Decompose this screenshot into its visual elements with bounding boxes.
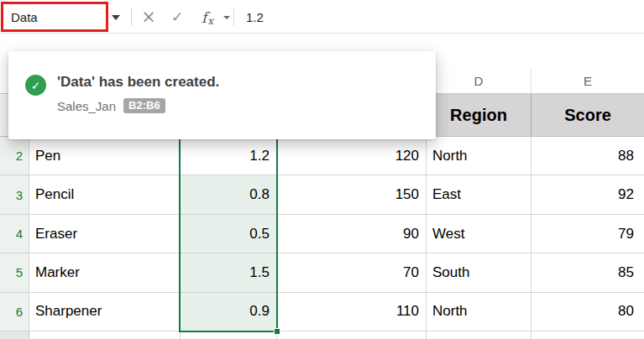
cell-e1-score[interactable]: Score	[531, 94, 644, 137]
cancel-icon[interactable]: ×	[136, 0, 161, 34]
cell-d3[interactable]: East	[427, 175, 531, 214]
divider	[131, 8, 132, 26]
column-header-e[interactable]: E	[531, 69, 644, 93]
row-header-6[interactable]: 6	[0, 293, 29, 331]
cell-e7[interactable]	[531, 331, 644, 339]
fill-handle[interactable]	[274, 328, 280, 335]
toast-subtitle: Sales_Jan B2:B6	[57, 98, 165, 113]
cell-b5[interactable]: 1.5	[181, 253, 277, 292]
cell-c7[interactable]	[277, 331, 427, 339]
table-row: 5 Marker 1.5 70 South 85	[0, 253, 644, 292]
divider	[233, 8, 234, 26]
range-badge: B2:B6	[123, 98, 165, 113]
row-header-3[interactable]: 3	[0, 175, 29, 214]
cell-d2[interactable]: North	[427, 137, 531, 175]
table-row: 3 Pencil 0.8 150 East 92	[0, 175, 644, 214]
cell-c3[interactable]: 150	[277, 175, 427, 214]
cell-b6[interactable]: 0.9	[181, 293, 277, 331]
cell-d7[interactable]	[427, 331, 531, 339]
sheet-name: Sales_Jan	[57, 99, 116, 113]
insert-function-button[interactable]: f x	[194, 0, 221, 34]
toast-title: 'Data' has been created.	[57, 74, 219, 91]
cell-e2[interactable]: 88	[531, 137, 644, 175]
cell-c2[interactable]: 120	[277, 137, 427, 175]
cell-d6[interactable]: North	[427, 293, 531, 331]
cell-b4[interactable]: 0.5	[181, 215, 277, 253]
formula-input[interactable]: 1.2	[246, 0, 264, 34]
fx-label-f: f	[202, 9, 207, 26]
toast-notification: ✓ 'Data' has been created. Sales_Jan B2:…	[8, 51, 436, 139]
cell-a2[interactable]: Pen	[29, 137, 181, 175]
cell-d4[interactable]: West	[427, 215, 531, 253]
fx-label-x: x	[207, 15, 213, 27]
cell-b7[interactable]	[181, 331, 277, 339]
name-box-value: Data	[11, 10, 38, 24]
cell-c4[interactable]: 90	[277, 215, 427, 253]
cell-a7[interactable]	[29, 331, 181, 339]
table-row: 2 Pen 1.2 120 North 88	[0, 137, 644, 175]
success-check-icon: ✓	[25, 75, 46, 96]
row-header-5[interactable]: 5	[0, 253, 29, 292]
cell-a6[interactable]: Sharpener	[29, 293, 181, 331]
cell-e5[interactable]: 85	[531, 253, 644, 292]
cell-e4[interactable]: 79	[531, 215, 644, 253]
cell-d5[interactable]: South	[427, 253, 531, 292]
cell-a4[interactable]: Eraser	[29, 215, 181, 253]
cell-a5[interactable]: Marker	[29, 253, 181, 292]
name-box-dropdown-chevron-icon[interactable]	[112, 15, 120, 20]
cell-e6[interactable]: 80	[531, 293, 644, 331]
column-header-d[interactable]: D	[427, 69, 531, 93]
spreadsheet-app: Data × ✓ f x 1.2 D E Region Score 2	[0, 0, 644, 339]
cell-b2[interactable]: 1.2	[181, 137, 277, 175]
row-header-2[interactable]: 2	[0, 137, 29, 175]
row-header-7[interactable]	[0, 331, 29, 339]
cell-d1-region[interactable]: Region	[427, 94, 531, 137]
confirm-icon[interactable]: ✓	[165, 0, 190, 34]
formula-bar: Data × ✓ f x 1.2	[0, 0, 644, 34]
partial-row-7	[0, 331, 644, 339]
fx-dropdown-chevron-icon[interactable]	[223, 16, 230, 19]
table-row: 4 Eraser 0.5 90 West 79	[0, 215, 644, 253]
data-rows: 2 Pen 1.2 120 North 88 3 Pencil 0.8 150 …	[0, 137, 644, 331]
name-box[interactable]: Data	[3, 4, 104, 29]
cell-a3[interactable]: Pencil	[29, 175, 181, 214]
row-header-4[interactable]: 4	[0, 215, 29, 253]
cell-e3[interactable]: 92	[531, 175, 644, 214]
table-row: 6 Sharpener 0.9 110 North 80	[0, 293, 644, 331]
cell-c5[interactable]: 70	[277, 253, 427, 292]
cell-c6[interactable]: 110	[277, 293, 427, 331]
cell-b3[interactable]: 0.8	[181, 175, 277, 214]
